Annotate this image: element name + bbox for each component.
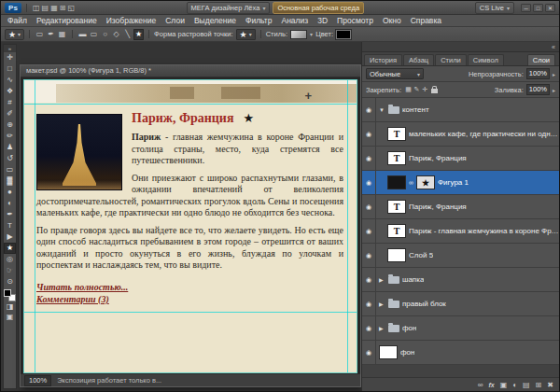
- layer-visibility-eye-icon[interactable]: ◉: [362, 122, 376, 146]
- arrange-documents-icon[interactable]: ⊞: [59, 3, 67, 13]
- menu-item[interactable]: Файл: [3, 16, 32, 25]
- fill-slider-icon[interactable]: ▸: [553, 87, 555, 93]
- layer-visibility-eye-icon[interactable]: ◉: [362, 195, 376, 218]
- layer-row[interactable]: ◉Слой 5: [362, 244, 559, 268]
- zoom-tool[interactable]: ⊙: [4, 276, 16, 287]
- cs-live-button[interactable]: CS Live ▾: [475, 2, 514, 14]
- menu-item[interactable]: Анализ: [277, 16, 314, 25]
- group-disclosure-icon[interactable]: ▶: [379, 325, 385, 331]
- menu-item[interactable]: Изображение: [102, 16, 161, 25]
- new-group-icon[interactable]: ▤: [523, 381, 530, 389]
- paths-mode-icon[interactable]: ✒: [46, 29, 56, 40]
- menu-item[interactable]: 3D: [313, 16, 332, 25]
- menu-item[interactable]: Редактирование: [32, 16, 102, 25]
- zoom-tool-icon[interactable]: ▦: [49, 3, 59, 13]
- custom-shape-tool[interactable]: ★: [4, 243, 16, 254]
- new-adjustment-layer-icon[interactable]: ◐: [512, 381, 517, 389]
- quick-selection-tool[interactable]: ❖: [4, 86, 16, 97]
- maximize-button[interactable]: □: [533, 4, 543, 12]
- lock-pixels-icon[interactable]: ✎: [413, 86, 421, 93]
- add-layer-mask-icon[interactable]: ▣: [500, 381, 508, 389]
- menu-item[interactable]: Слои: [161, 16, 189, 25]
- dodge-tool[interactable]: ◐: [4, 198, 16, 209]
- custom-shape-picker[interactable]: ★ ▾: [236, 29, 256, 40]
- lasso-tool[interactable]: ∿: [4, 75, 16, 86]
- crop-tool[interactable]: #: [4, 97, 16, 108]
- clone-stamp-tool[interactable]: ♟: [4, 142, 16, 153]
- zoom-level-field[interactable]: 100%: [24, 375, 51, 386]
- group-disclosure-icon[interactable]: ▶: [379, 276, 385, 283]
- marquee-tool[interactable]: □: [4, 63, 16, 75]
- group-disclosure-icon[interactable]: ▶: [379, 301, 385, 307]
- gradient-tool[interactable]: ▓: [4, 175, 16, 187]
- layer-visibility-eye-icon[interactable]: ◉: [362, 268, 376, 291]
- minimize-button[interactable]: ─: [521, 4, 531, 12]
- layer-group-row[interactable]: ◉▼контент: [362, 98, 559, 122]
- new-layer-icon[interactable]: ⊞: [536, 381, 542, 389]
- layer-row[interactable]: ◉TПариж, Франция: [362, 147, 559, 171]
- layer-visibility-eye-icon[interactable]: ◉: [362, 292, 376, 315]
- screen-mode-icon[interactable]: ▣: [4, 312, 16, 322]
- foreground-color-swatch[interactable]: [4, 289, 11, 297]
- shape-color-swatch[interactable]: [336, 30, 351, 39]
- tools-panel-expand-icon[interactable]: »: [4, 45, 16, 52]
- lock-position-icon[interactable]: ✛: [421, 86, 429, 93]
- blur-tool[interactable]: ●: [4, 187, 16, 198]
- layer-row[interactable]: ◉фон: [362, 341, 559, 365]
- type-tool[interactable]: T: [4, 220, 16, 231]
- polygon-tool-icon[interactable]: ◇: [111, 29, 121, 40]
- hand-tool[interactable]: ☞: [4, 265, 16, 276]
- eraser-tool[interactable]: ▭: [4, 164, 16, 175]
- layer-row[interactable]: ◉∞★Фигура 1: [362, 171, 559, 195]
- fill-pixels-mode-icon[interactable]: ▦: [57, 29, 67, 40]
- bridge-icon[interactable]: ◫: [32, 3, 41, 13]
- delete-layer-icon[interactable]: ✖: [547, 381, 553, 389]
- layer-visibility-eye-icon[interactable]: ◉: [362, 219, 376, 243]
- lock-transparency-icon[interactable]: ▦: [404, 86, 413, 93]
- ellipse-tool-icon[interactable]: ○: [100, 29, 110, 40]
- opacity-slider-icon[interactable]: ▸: [553, 71, 555, 77]
- rounded-rectangle-tool-icon[interactable]: ▭: [89, 29, 99, 40]
- rectangle-tool-icon[interactable]: ▬: [77, 29, 88, 40]
- collapse-panels-icon[interactable]: «: [552, 44, 555, 50]
- close-button[interactable]: ✕: [545, 4, 555, 12]
- document-tab[interactable]: макет.psd @ 100% (Фигура 1, RGB/8) *: [21, 65, 360, 77]
- lock-all-icon[interactable]: [431, 89, 438, 93]
- canvas-document[interactable]: + Париж, Франция★ Париж - главная жемчуж…: [23, 79, 357, 373]
- tool-preset-picker[interactable]: ★ ▾: [5, 29, 24, 40]
- tab-paragraph[interactable]: Абзац: [403, 54, 434, 65]
- pen-tool[interactable]: ✒: [4, 209, 16, 220]
- tab-styles[interactable]: Стили: [435, 54, 467, 65]
- layer-row[interactable]: ◉TПариж - главная жемчужина в короне Фра…: [362, 219, 559, 244]
- layer-group-row[interactable]: ◉▶фон: [362, 316, 559, 341]
- path-selection-tool[interactable]: ▶: [4, 231, 16, 243]
- menu-item[interactable]: Выделение: [189, 16, 241, 25]
- layer-visibility-eye-icon[interactable]: ◉: [362, 147, 376, 170]
- shape-layers-mode-icon[interactable]: ▭: [35, 29, 45, 40]
- workspace-active-button[interactable]: Основная рабочая среда: [273, 2, 364, 14]
- 3d-rotate-tool[interactable]: ◎: [4, 254, 16, 265]
- brush-tool[interactable]: ✏: [4, 131, 16, 142]
- view-extras-icon[interactable]: ▤: [41, 3, 50, 13]
- menu-item[interactable]: Справка: [406, 16, 446, 25]
- tab-layers[interactable]: Слои: [527, 54, 555, 65]
- link-layers-icon[interactable]: ∞: [478, 381, 483, 389]
- opacity-value[interactable]: 100%: [526, 68, 550, 79]
- menu-item[interactable]: Просмотр: [332, 16, 378, 25]
- layer-visibility-eye-icon[interactable]: ◉: [362, 171, 376, 194]
- screen-mode-icon[interactable]: ◱: [66, 3, 76, 13]
- style-picker[interactable]: [290, 30, 307, 39]
- eyedropper-tool[interactable]: ✐: [4, 108, 16, 119]
- custom-shape-tool-icon[interactable]: ★: [133, 29, 144, 40]
- layer-row[interactable]: ◉Tмаленьких кафе, где практически ни одн…: [362, 122, 559, 147]
- layer-visibility-eye-icon[interactable]: ◉: [362, 316, 376, 340]
- layer-group-row[interactable]: ◉▶правый блок: [362, 292, 559, 316]
- history-brush-tool[interactable]: ↺: [4, 153, 16, 164]
- blend-mode-select[interactable]: Обычные ▾: [366, 68, 424, 79]
- tab-history[interactable]: История: [364, 54, 402, 65]
- group-disclosure-icon[interactable]: ▼: [379, 107, 385, 113]
- layer-visibility-eye-icon[interactable]: ◉: [362, 98, 376, 121]
- move-tool[interactable]: ✛: [4, 52, 16, 63]
- layer-visibility-eye-icon[interactable]: ◉: [362, 341, 376, 364]
- quick-mask-icon[interactable]: ◨: [4, 301, 16, 312]
